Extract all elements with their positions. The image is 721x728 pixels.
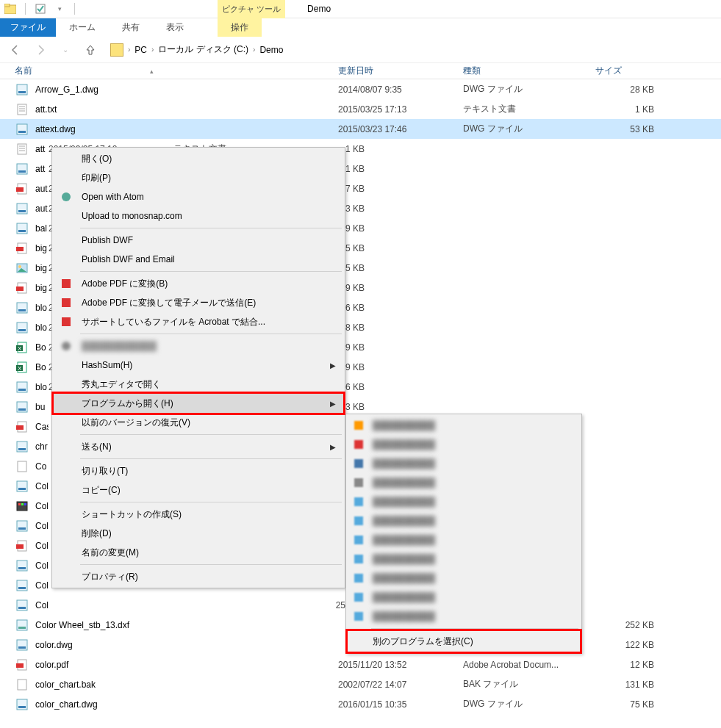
context-menu-item[interactable]: プロパティ(R)	[54, 567, 343, 586]
ribbon-contextual-tab: ピクチャ ツール	[218, 0, 285, 18]
file-row[interactable]: attext.dwg 2015/03/23 17:46 DWG ファイル 53 …	[0, 119, 721, 139]
svg-rect-70	[18, 680, 26, 690]
chevron-icon[interactable]: ›	[253, 46, 255, 54]
file-name: Co	[35, 461, 49, 472]
up-button[interactable]	[82, 42, 98, 58]
file-name: blo	[35, 322, 49, 333]
file-size: 53 KB	[595, 124, 654, 134]
operate-tab[interactable]: 操作	[218, 18, 262, 37]
context-menu-item[interactable]: Publish DWF and Email	[54, 250, 343, 269]
file-name: att	[35, 164, 49, 174]
properties-icon[interactable]	[33, 1, 48, 16]
submenu-app-item[interactable]: ██████████	[348, 492, 580, 511]
forward-button[interactable]	[32, 42, 49, 58]
file-icon	[15, 242, 29, 255]
share-tab[interactable]: 共有	[109, 18, 153, 37]
svg-rect-18	[16, 187, 24, 192]
context-menu-item[interactable]: Upload to monosnap.com	[54, 206, 343, 226]
dropdown-icon[interactable]: ▾	[52, 1, 67, 16]
menu-label: 印刷(P)	[82, 172, 111, 184]
context-menu-item[interactable]: 切り取り(T)	[54, 461, 343, 480]
menu-label: Adobe PDF に変換(B)	[82, 278, 168, 290]
file-icon	[15, 698, 29, 711]
app-icon	[352, 419, 365, 432]
file-icon	[15, 83, 29, 96]
context-menu-item[interactable]: プログラムから開く(H)▶	[51, 392, 345, 415]
svg-rect-87	[354, 593, 363, 602]
context-menu-item[interactable]: HashSum(H)▶	[54, 356, 343, 375]
file-row[interactable]: color_chart.dwg 2016/01/15 10:35 DWG ファイ…	[0, 694, 721, 714]
header-size[interactable]: サイズ	[595, 65, 661, 77]
file-icon	[15, 519, 29, 533]
context-menu-item[interactable]: 削除(D)	[54, 524, 343, 543]
file-name: att	[35, 144, 49, 154]
choose-another-program[interactable]: 別のプログラムを選択(C)	[345, 629, 582, 654]
submenu-app-item[interactable]: ██████████	[348, 530, 580, 549]
file-type: BAK ファイル	[463, 678, 595, 691]
menu-label: ████████████	[82, 341, 157, 351]
recent-dropdown[interactable]: ⌄	[57, 42, 73, 58]
svg-rect-83	[354, 516, 363, 525]
context-menu-item[interactable]: 印刷(P)	[54, 168, 343, 187]
svg-rect-81	[354, 478, 363, 487]
file-type: DWG ファイル	[463, 123, 595, 135]
breadcrumb-folder[interactable]: Demo	[259, 45, 283, 55]
svg-rect-24	[16, 247, 24, 251]
svg-rect-59	[18, 567, 26, 569]
context-menu-item[interactable]: 開く(O)	[54, 149, 343, 168]
svg-rect-46	[18, 448, 26, 450]
svg-rect-84	[354, 536, 363, 544]
submenu-app-item[interactable]: ██████████	[348, 569, 580, 588]
svg-rect-63	[18, 607, 26, 609]
context-menu-item[interactable]: Adobe PDF に変換(B)	[54, 274, 343, 293]
context-menu-item[interactable]: ████████████	[54, 336, 343, 356]
file-name: Col	[35, 580, 49, 591]
file-icon	[15, 420, 29, 433]
svg-rect-67	[18, 646, 26, 649]
app-name: ██████████	[373, 420, 435, 430]
back-button[interactable]	[7, 42, 24, 58]
header-name[interactable]: 名前▴	[15, 65, 338, 77]
file-row[interactable]: Arrow_G_1.dwg 2014/08/07 9:35 DWG ファイル 2…	[0, 79, 721, 99]
svg-rect-42	[18, 408, 26, 411]
context-menu-item[interactable]: Adobe PDF に変換して電子メールで送信(E)	[54, 293, 343, 312]
context-menu-item[interactable]: 名前の変更(M)	[54, 543, 343, 562]
header-type[interactable]: 種類	[463, 65, 595, 77]
submenu-app-item[interactable]: ██████████	[348, 454, 580, 473]
file-row[interactable]: color_chart.bak 2002/07/22 14:07 BAK ファイ…	[0, 674, 721, 694]
file-row[interactable]: color.pdf 2015/11/20 13:52 Adobe Acrobat…	[0, 655, 721, 674]
open-with-submenu: ████████████████████████████████████████…	[345, 414, 582, 654]
submenu-app-item[interactable]: ██████████	[348, 588, 580, 607]
breadcrumb-pc[interactable]: PC	[134, 45, 147, 55]
header-date[interactable]: 更新日時	[338, 65, 463, 77]
context-menu-item[interactable]: 送る(N)▶	[54, 437, 343, 456]
breadcrumb-disk[interactable]: ローカル ディスク (C:)	[158, 43, 248, 56]
context-menu-item[interactable]: Open with Atom	[54, 187, 343, 206]
window-title: Demo	[307, 4, 331, 14]
submenu-app-item[interactable]: ██████████	[348, 473, 580, 492]
chevron-icon[interactable]: ›	[128, 46, 130, 54]
context-menu-item[interactable]: ショートカットの作成(S)	[54, 505, 343, 524]
chevron-icon[interactable]: ›	[151, 46, 154, 54]
context-menu-item[interactable]: コピー(C)	[54, 480, 343, 500]
view-tab[interactable]: 表示	[153, 18, 197, 37]
file-tab[interactable]: ファイル	[0, 18, 56, 37]
svg-text:X: X	[18, 345, 22, 352]
file-name: color.pdf	[35, 660, 338, 670]
home-tab[interactable]: ホーム	[56, 18, 109, 37]
menu-label: 秀丸エディタで開く	[82, 378, 161, 391]
submenu-app-item[interactable]: ██████████	[348, 416, 580, 435]
context-menu-item[interactable]: 以前のバージョンの復元(V)	[54, 413, 343, 432]
menu-label: コピー(C)	[82, 484, 121, 497]
context-menu-item[interactable]: サポートしているファイルを Acrobat で結合...	[54, 312, 343, 331]
svg-text:X: X	[18, 365, 22, 372]
submenu-app-item[interactable]: ██████████	[348, 511, 580, 530]
submenu-app-item[interactable]: ██████████	[348, 607, 580, 626]
context-menu-item[interactable]: Publish DWF	[54, 231, 343, 250]
file-row[interactable]: att.txt 2015/03/25 17:13 テキスト文書 1 KB	[0, 99, 721, 119]
file-type: DWG ファイル	[463, 698, 595, 710]
file-icon	[15, 123, 29, 136]
submenu-app-item[interactable]: ██████████	[348, 435, 580, 454]
menu-separator	[80, 228, 342, 228]
submenu-app-item[interactable]: ██████████	[348, 549, 580, 569]
